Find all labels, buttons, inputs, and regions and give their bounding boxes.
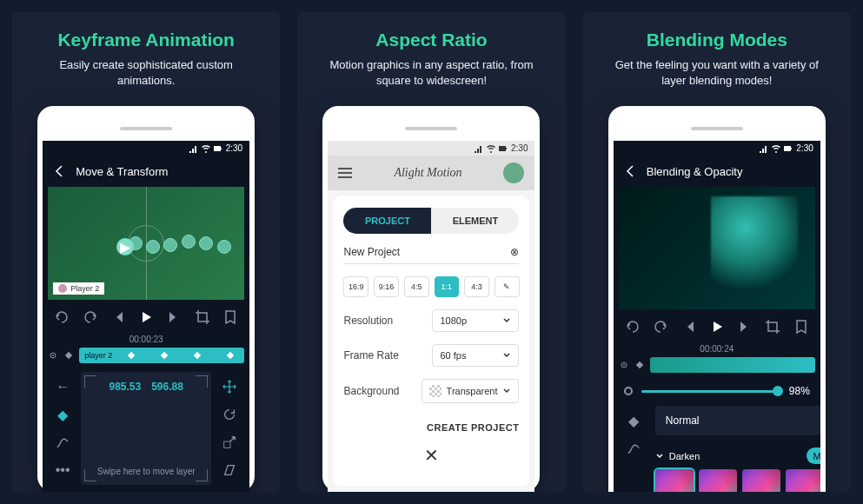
- bookmark-button[interactable]: [222, 308, 239, 326]
- blend-thumb-darker[interactable]: Darker: [742, 469, 780, 492]
- blend-thumb-darken[interactable]: Darken: [699, 469, 737, 492]
- skip-start-button[interactable]: [680, 318, 698, 335]
- track-clip[interactable]: [650, 357, 815, 373]
- graph-tool-button[interactable]: [53, 433, 72, 452]
- skip-end-button[interactable]: [736, 318, 753, 335]
- resolution-field: Resolution 1080p: [343, 309, 519, 332]
- phone-speaker: [691, 127, 743, 130]
- app-screen: Alight Motion PROJECT ELEMENT New Projec…: [328, 156, 534, 492]
- track-row: [619, 357, 815, 373]
- canvas-viewport[interactable]: ▶ Player 2: [48, 187, 244, 300]
- back-tool-button[interactable]: ←: [53, 377, 72, 396]
- rotate-tool-button[interactable]: [220, 405, 239, 424]
- graph-tool-button[interactable]: [624, 439, 643, 458]
- ratio-9-16[interactable]: 9:16: [374, 276, 399, 297]
- visibility-icon[interactable]: [48, 350, 58, 361]
- play-button[interactable]: [708, 318, 726, 335]
- resolution-select[interactable]: 1080p: [432, 309, 519, 332]
- blend-panel: Normal Darken Multiply ✓ Multiply Darken…: [655, 406, 820, 492]
- undo-button[interactable]: [624, 318, 641, 335]
- opacity-row: 98%: [614, 376, 820, 406]
- keyframe-dot[interactable]: [146, 240, 160, 254]
- scale-tool-button[interactable]: [220, 433, 239, 452]
- visibility-icon[interactable]: [619, 360, 629, 370]
- skew-tool-button[interactable]: [220, 461, 239, 480]
- undo-button[interactable]: [53, 308, 70, 326]
- screen-title: Move & Transform: [76, 165, 168, 178]
- ratio-1-1[interactable]: 1:1: [435, 276, 460, 297]
- player-marker[interactable]: ▶: [116, 238, 134, 255]
- tab-project[interactable]: PROJECT: [343, 208, 431, 234]
- keyframe-tool-button[interactable]: ◆: [624, 411, 643, 430]
- app-title: Alight Motion: [394, 166, 461, 180]
- blend-thumb-multiply[interactable]: Multiply: [655, 469, 694, 492]
- keyframe-tool-button[interactable]: ◆: [53, 405, 72, 424]
- opacity-value: 98%: [789, 385, 810, 397]
- svg-rect-0: [214, 146, 221, 151]
- keyframe-icon[interactable]: [634, 360, 645, 370]
- play-button[interactable]: [137, 308, 155, 326]
- create-project-button[interactable]: CREATE PROJECT: [343, 422, 519, 433]
- chevron-down-icon: [502, 351, 511, 360]
- keyframe-dot[interactable]: [199, 236, 213, 250]
- status-bar: 2:30: [328, 141, 534, 156]
- phone-mockup: 2:30 Alight Motion PROJECT ELEMENT New P…: [322, 106, 540, 492]
- clear-icon[interactable]: ⊗: [510, 246, 519, 258]
- redo-button[interactable]: [82, 308, 99, 326]
- keyframe-dot[interactable]: [163, 238, 177, 252]
- card-blending: Blending Modes Get the feeling you want …: [583, 12, 851, 492]
- menu-icon[interactable]: [338, 168, 352, 178]
- more-tool-button[interactable]: •••: [53, 461, 72, 480]
- framerate-field: Frame Rate 60 fps: [343, 344, 519, 367]
- svg-rect-8: [784, 146, 791, 151]
- phone-speaker: [405, 127, 457, 130]
- tool-column-left: ← ◆ •••: [48, 372, 77, 485]
- svg-rect-9: [791, 148, 792, 149]
- canvas-viewport[interactable]: [619, 187, 815, 309]
- framerate-select[interactable]: 60 fps: [432, 344, 519, 367]
- tab-segmented: PROJECT ELEMENT: [343, 208, 519, 234]
- app-header: Alight Motion: [328, 156, 534, 190]
- avatar[interactable]: [503, 162, 524, 183]
- card-desc: Easily create sophisticated custom anima…: [42, 57, 250, 89]
- move-tool-button[interactable]: [220, 377, 239, 396]
- signal-icon: [475, 144, 483, 153]
- card-desc: Motion graphics in any aspect ratio, fro…: [327, 57, 535, 89]
- card-aspect: Aspect Ratio Motion graphics in any aspe…: [297, 12, 565, 492]
- close-button[interactable]: ✕: [343, 445, 519, 474]
- player-tag[interactable]: Player 2: [53, 282, 104, 295]
- tab-element[interactable]: ELEMENT: [431, 208, 519, 234]
- keyframe-icon[interactable]: [63, 350, 74, 361]
- battery-icon: [499, 144, 508, 153]
- redo-button[interactable]: [652, 318, 669, 335]
- ratio-custom[interactable]: ✎: [495, 276, 520, 297]
- ratio-16-9[interactable]: 16:9: [343, 276, 368, 297]
- keyframe-dot[interactable]: [217, 240, 231, 254]
- category-label[interactable]: Darken: [655, 451, 700, 461]
- transport-bar: [43, 300, 249, 335]
- ratio-4-3[interactable]: 4:3: [464, 276, 489, 297]
- crop-button[interactable]: [764, 318, 781, 335]
- project-name-input[interactable]: New Project ⊗: [343, 246, 519, 264]
- coord-x: 985.53: [109, 381, 141, 393]
- track-clip[interactable]: player 2: [79, 348, 244, 363]
- background-select[interactable]: Transparent: [422, 379, 520, 403]
- svg-rect-12: [636, 361, 643, 368]
- blend-mode-select[interactable]: Normal: [655, 406, 820, 435]
- timeline: 00:00:24: [614, 344, 820, 376]
- signal-icon: [189, 144, 198, 153]
- skip-start-button[interactable]: [110, 308, 127, 326]
- wifi-icon: [772, 144, 780, 153]
- opacity-icon: [624, 387, 633, 395]
- skip-end-button[interactable]: [165, 308, 183, 326]
- back-icon[interactable]: [53, 164, 67, 178]
- bookmark-button[interactable]: [793, 318, 810, 335]
- keyframe-dot[interactable]: [182, 235, 196, 249]
- crop-button[interactable]: [194, 308, 211, 326]
- screen-header: Blending & Opacity: [614, 156, 820, 187]
- ratio-4-5[interactable]: 4:5: [404, 276, 429, 297]
- opacity-slider[interactable]: [641, 390, 780, 393]
- back-icon[interactable]: [624, 164, 638, 178]
- move-panel[interactable]: 985.53 596.88 Swipe here to move layer: [81, 372, 211, 485]
- blend-thumb-colorburn[interactable]: Color Burn: [786, 469, 820, 492]
